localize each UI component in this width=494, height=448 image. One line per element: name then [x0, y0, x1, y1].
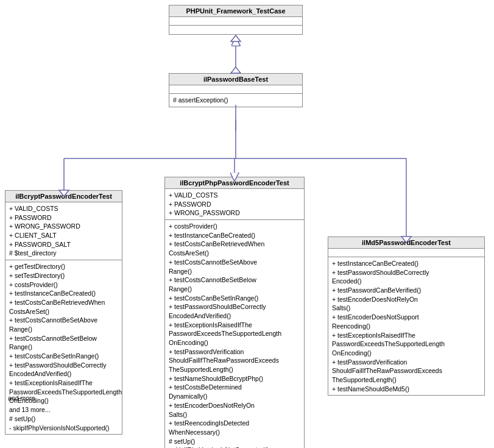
bcrypt-php-constants: + VALID_COSTS + PASSWORD + WRONG_PASSWOR… — [165, 189, 304, 220]
md5-m5: + testEncoderDoesNotSupport — [332, 313, 481, 322]
arrow-base-head — [231, 67, 241, 73]
bcrypt-enc-m6: + testCostsCannotBeSetAbove — [9, 316, 118, 325]
bcrypt-php-m7: + testPasswordShouldBeCorrectly — [169, 302, 300, 311]
bcrypt-enc-m7: + testCostsCannotBeSetBelow — [9, 334, 118, 343]
md5-class-box: ilMd5PasswordEncoderTest + testInstanceC… — [328, 236, 485, 396]
bcrypt-enc-m11: # setUp() — [9, 414, 118, 424]
md5-m6: + testExceptionIsRaisedIfThe — [332, 331, 481, 340]
md5-m6b: PasswordExceedsTheSupportedLength — [332, 340, 481, 349]
bcrypt-php-m13b: WhenNecessary() — [169, 428, 300, 437]
md5-m2: + testPasswordShouldBeCorrectly — [332, 268, 481, 277]
md5-m7: + testPasswordVerification — [332, 358, 481, 367]
md5-class-header: ilMd5PasswordEncoderTest — [328, 237, 484, 249]
bcrypt-php-m8c: OnEncoding() — [169, 338, 300, 347]
bcrypt-php-m13: + testReencodingIsDetected — [169, 419, 300, 428]
phpunit-class-empty1 — [169, 17, 302, 26]
bcrypt-enc-c5: + PASSWORD_SALT — [9, 240, 118, 249]
phpunit-class-header: PHPUnit_Framework_TestCase — [169, 5, 302, 17]
bcrypt-php-methods: + costsProvider() + testInstanceCanBeCre… — [165, 220, 304, 448]
bcrypt-php-m8b: PasswordExceedsTheSupportedLength — [169, 329, 300, 338]
bcrypt-php-m4b: Range() — [169, 267, 300, 276]
bcrypt-enc-m3: + costsProvider() — [9, 280, 118, 290]
bcrypt-enc-m5: + testCostsCanBeRetrievedWhen — [9, 298, 118, 307]
bcrypt-php-m8: + testExceptionIsRaisedIfThe — [169, 321, 300, 330]
bcrypt-php-m2: + testInstanceCanBeCreated() — [169, 231, 300, 240]
bcrypt-enc-more: and 13 more... — [9, 405, 118, 414]
bcrypt-enc-m9b: EncodedAndVerified() — [9, 369, 118, 379]
md5-m7b: ShouldFailIfTheRawPasswordExceeds — [332, 366, 481, 375]
md5-m5b: Reencoding() — [332, 322, 481, 331]
bcrypt-enc-c3: + WRONG_PASSWORD — [9, 222, 118, 231]
bcrypt-php-m3: + testCostsCanBeRetrievedWhen — [169, 240, 300, 249]
bcrypt-php-const-3: + WRONG_PASSWORD — [169, 208, 300, 218]
base-class-header: ilPasswordBaseTest — [169, 74, 302, 85]
bcrypt-php-m9: + testPasswordVerification — [169, 347, 300, 357]
bcrypt-enc-m12: - skipIfPhpVersionIsNotSupported() — [9, 424, 118, 433]
bcrypt-enc-m2: + setTestDirectory() — [9, 271, 118, 280]
bcrypt-enc-c4: + CLIENT_SALT — [9, 231, 118, 240]
bcrypt-enc-m7b: Range() — [9, 343, 118, 352]
bcrypt-enc-m4: + testInstanceCanBeCreated() — [9, 289, 118, 298]
md5-m3: + testPasswordCanBeVerified() — [332, 286, 481, 295]
bcrypt-enc-c6: # $test_directory — [9, 249, 118, 258]
md5-class-methods: + testInstanceCanBeCreated() + testPassw… — [328, 257, 484, 395]
base-member-1: # assertException() — [173, 96, 298, 105]
base-class-members: # assertException() — [169, 94, 302, 107]
bcrypt-php-m7b: EncodedAndVerified() — [169, 311, 300, 321]
phpunit-class-empty2 — [169, 26, 302, 34]
bcrypt-php-m4: + testCostsCannotBeSetAbove — [169, 258, 300, 267]
bcrypt-enc-c1: + VALID_COSTS — [9, 204, 118, 213]
bcrypt-php-m12: + testEncoderDoesNotRelyOn — [169, 401, 300, 410]
bcrypt-php-m12b: Salts() — [169, 410, 300, 419]
md5-m7c: TheSupportedLength() — [332, 375, 481, 385]
md5-class-empty — [328, 249, 484, 257]
bcrypt-enc-m6b: Range() — [9, 325, 118, 334]
phpunit-class-box: PHPUnit_Framework_TestCase — [169, 5, 303, 35]
base-class-box: ilPasswordBaseTest # assertException() — [169, 73, 303, 107]
bcrypt-enc-m5b: CostsAreSet() — [9, 307, 118, 316]
bcrypt-php-const-1: + VALID_COSTS — [169, 191, 300, 200]
bcrypt-php-m11: + testCostsBeDetermined — [169, 383, 300, 392]
bcrypt-php-m5b: Range() — [169, 285, 300, 294]
bcrypt-php-class-header: ilBcryptPhpPasswordEncoderTest — [165, 177, 304, 189]
bcrypt-encoder-class-header: ilBcryptPasswordEncoderTest — [5, 191, 122, 202]
bcrypt-php-m9b: ShouldFailIfTheRawPasswordExceeds — [169, 356, 300, 365]
md5-m2b: Encoded() — [332, 277, 481, 286]
bcrypt-php-m11b: Dynamically() — [169, 392, 300, 401]
bcrypt-php-m3b: CostsAreSet() — [169, 249, 300, 258]
bcrypt-encoder-methods: + getTestDirectory() + setTestDirectory(… — [5, 260, 122, 434]
bcrypt-enc-m8: + testCostsCanBeSetInRange() — [9, 352, 118, 361]
md5-m4: + testEncoderDoesNotRelyOn — [332, 295, 481, 304]
bcrypt-enc-m10: + testExceptionIsRaisedIfThe — [9, 379, 118, 388]
md5-m8: + testNameShouldBeMd5() — [332, 385, 481, 394]
diagram-container: PHPUnit_Framework_TestCase ilPasswordBas… — [0, 0, 494, 448]
and-more-label: and more — [8, 394, 35, 402]
bcrypt-enc-m9: + testPasswordShouldBeCorrectly — [9, 361, 118, 370]
bcrypt-php-class-box: ilBcryptPhpPasswordEncoderTest + VALID_C… — [164, 177, 305, 448]
base-class-empty — [169, 85, 302, 94]
md5-m6c: OnEncoding() — [332, 349, 481, 358]
bcrypt-php-m1: + costsProvider() — [169, 222, 300, 231]
arrow-phpunit-head — [231, 35, 241, 41]
bcrypt-php-m9c: TheSupportedLength() — [169, 365, 300, 374]
bcrypt-php-m14: # setUp() — [169, 437, 300, 446]
md5-m4b: Salts() — [332, 304, 481, 313]
bcrypt-php-const-2: + PASSWORD — [169, 200, 300, 209]
bcrypt-enc-m1: + getTestDirectory() — [9, 262, 118, 271]
md5-m1: + testInstanceCanBeCreated() — [332, 259, 481, 268]
bcrypt-enc-c2: + PASSWORD — [9, 213, 118, 222]
bcrypt-php-m5: + testCostsCannotBeSetBelow — [169, 276, 300, 285]
bcrypt-encoder-constants: + VALID_COSTS + PASSWORD + WRONG_PASSWOR… — [5, 202, 122, 260]
bcrypt-php-m15: - skipIfPhpVersionIsNotSupported() — [169, 446, 300, 448]
bcrypt-php-m10: + testNameShouldBeBcryptPhp() — [169, 374, 300, 383]
bcrypt-php-m6: + testCostsCanBeSetInRange() — [169, 294, 300, 303]
